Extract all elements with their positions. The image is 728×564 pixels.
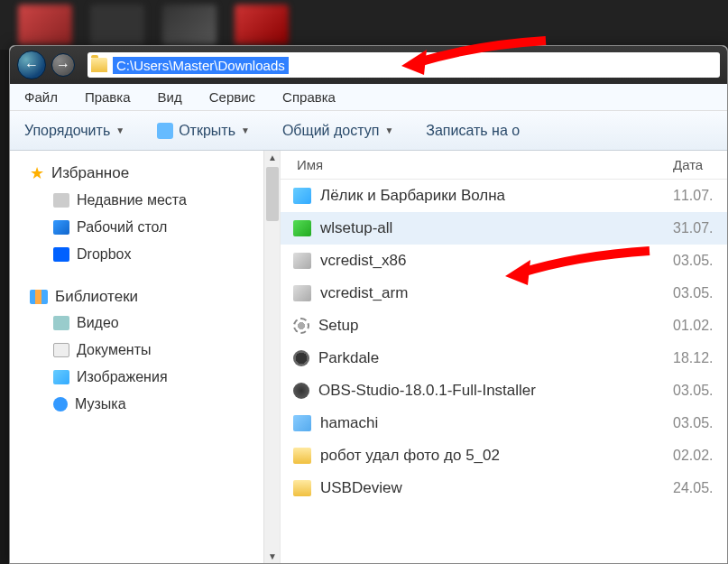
file-date: 18.12.: [666, 350, 727, 366]
sidebar-scrollbar[interactable]: ▲ ▼: [263, 151, 280, 563]
burn-button[interactable]: Записать на о: [420, 119, 525, 143]
libraries-section: Библиотеки ВидеоДокументыИзображенияМузы…: [15, 284, 274, 418]
file-type-icon: [293, 188, 311, 204]
file-type-icon: [293, 318, 309, 334]
forward-button[interactable]: →: [51, 53, 75, 77]
organize-label: Упорядочить: [24, 123, 110, 139]
share-button[interactable]: Общий доступ ▼: [277, 119, 399, 143]
arrow-left-icon: ←: [24, 57, 39, 73]
file-type-icon: [293, 220, 311, 236]
chevron-down-icon: ▼: [384, 125, 393, 135]
address-path[interactable]: C:\Users\Master\Downloads: [113, 57, 289, 74]
libraries-header[interactable]: Библиотеки: [30, 284, 274, 310]
file-type-icon: [293, 383, 309, 399]
share-label: Общий доступ: [282, 123, 380, 139]
file-row[interactable]: робот удал фото до 5_0202.02.: [281, 439, 727, 472]
file-date: 02.02.: [666, 448, 727, 464]
file-name: OBS-Studio-18.0.1-Full-Installer: [318, 382, 536, 400]
file-type-icon: [293, 448, 311, 464]
sidebar-item[interactable]: Dropbox: [30, 241, 274, 268]
content-area: ★ Избранное Недавние местаРабочий столDr…: [10, 151, 727, 563]
favorites-header[interactable]: ★ Избранное: [30, 160, 274, 187]
file-row[interactable]: hamachi03.05.: [281, 407, 727, 439]
libraries-label: Библиотеки: [55, 288, 138, 306]
column-date-header[interactable]: Дата: [666, 157, 727, 172]
column-name-header[interactable]: Имя: [281, 157, 666, 172]
desktop-shortcut-icon: [18, 5, 72, 45]
file-row[interactable]: vcredist_arm03.05.: [281, 277, 727, 310]
menu-help[interactable]: Справка: [277, 88, 341, 106]
scroll-down-icon[interactable]: ▼: [268, 551, 277, 561]
sidebar-item[interactable]: Документы: [30, 337, 274, 364]
explorer-window: ← → C:\Users\Master\Downloads Файл Правк…: [9, 45, 728, 564]
file-date: 01.02.: [666, 318, 727, 334]
toolbar: Упорядочить ▼ Открыть ▼ Общий доступ ▼ З…: [10, 111, 727, 151]
desktop-shortcut-icon: [235, 5, 289, 45]
menu-view[interactable]: Вид: [152, 88, 188, 106]
file-row[interactable]: USBDeview24.05.: [281, 472, 727, 504]
video-icon: [53, 316, 69, 330]
file-name: hamachi: [320, 414, 378, 432]
libraries-icon: [30, 290, 48, 304]
music-icon: [53, 397, 68, 411]
organize-button[interactable]: Упорядочить ▼: [19, 119, 130, 143]
recent-icon: [53, 193, 69, 208]
file-row[interactable]: Лёлик и Барбарики Волна11.07.: [281, 180, 727, 212]
file-name: Parkdale: [318, 349, 379, 367]
address-bar[interactable]: C:\Users\Master\Downloads: [88, 52, 720, 78]
file-name: vcredist_arm: [320, 284, 408, 302]
img-icon: [53, 370, 69, 384]
file-name: USBDeview: [320, 479, 402, 497]
doc-icon: [53, 343, 69, 357]
file-row[interactable]: OBS-Studio-18.0.1-Full-Installer03.05.: [281, 374, 727, 407]
file-date: 03.05.: [666, 285, 727, 301]
file-row[interactable]: Setup01.02.: [281, 310, 727, 342]
file-type-icon: [293, 415, 311, 431]
sidebar-item[interactable]: Изображения: [30, 364, 274, 391]
sidebar-item[interactable]: Недавние места: [30, 187, 274, 214]
sidebar-item[interactable]: Музыка: [30, 391, 274, 418]
open-icon: [157, 123, 173, 139]
file-list: Лёлик и Барбарики Волна11.07.wlsetup-all…: [281, 180, 727, 563]
file-name: Setup: [318, 317, 358, 335]
open-label: Открыть: [179, 123, 235, 139]
file-row[interactable]: Parkdale18.12.: [281, 342, 727, 374]
favorites-label: Избранное: [51, 164, 129, 182]
sidebar-item[interactable]: Рабочий стол: [30, 214, 274, 241]
column-header-row: Имя Дата: [281, 151, 727, 180]
star-icon: ★: [30, 163, 44, 183]
chevron-down-icon: ▼: [241, 125, 250, 135]
scroll-up-icon[interactable]: ▲: [268, 153, 277, 162]
file-date: 11.07.: [666, 188, 727, 204]
file-name: робот удал фото до 5_02: [320, 447, 500, 465]
sidebar-item-label: Рабочий стол: [77, 219, 167, 236]
sidebar-item-label: Видео: [77, 315, 119, 331]
menu-edit[interactable]: Правка: [79, 88, 136, 106]
desktop-background: [0, 0, 728, 50]
burn-label: Записать на о: [426, 123, 520, 139]
dropbox-icon: [53, 247, 69, 262]
sidebar-item-label: Изображения: [77, 369, 168, 385]
sidebar-item[interactable]: Видео: [30, 310, 274, 337]
sidebar-item-label: Документы: [77, 342, 151, 358]
file-row[interactable]: vcredist_x8603.05.: [281, 245, 727, 277]
file-row[interactable]: wlsetup-all31.07.: [281, 212, 727, 245]
menu-file[interactable]: Файл: [19, 88, 63, 106]
sidebar-item-label: Недавние места: [77, 192, 187, 208]
menu-bar: Файл Правка Вид Сервис Справка: [10, 84, 727, 111]
file-date: 24.05.: [666, 480, 727, 496]
file-name: wlsetup-all: [320, 219, 392, 237]
file-panel: Имя Дата Лёлик и Барбарики Волна11.07.wl…: [281, 151, 727, 563]
back-button[interactable]: ←: [17, 51, 46, 79]
desktop-icon: [53, 220, 69, 235]
desktop-shortcut-icon: [90, 5, 144, 45]
open-button[interactable]: Открыть ▼: [152, 119, 255, 143]
file-type-icon: [293, 285, 311, 301]
folder-icon: [91, 58, 107, 72]
file-type-icon: [293, 480, 311, 496]
file-name: Лёлик и Барбарики Волна: [320, 187, 505, 205]
scrollbar-thumb[interactable]: [266, 167, 279, 221]
favorites-section: ★ Избранное Недавние местаРабочий столDr…: [15, 160, 274, 268]
file-type-icon: [293, 350, 309, 366]
menu-service[interactable]: Сервис: [204, 88, 261, 106]
